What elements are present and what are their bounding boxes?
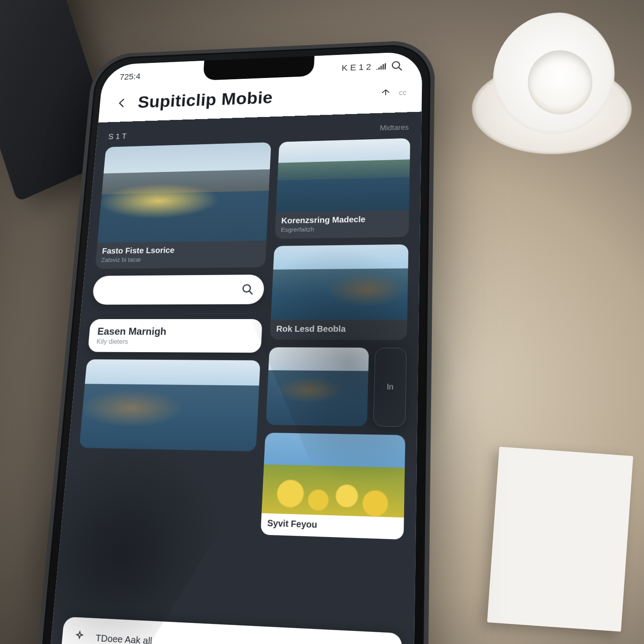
search-input[interactable] [102, 283, 234, 296]
section-header: S 1 T Midtares [108, 123, 409, 141]
card-title: Fasto Fiste Lsorice [102, 244, 260, 255]
background-paper [487, 447, 634, 631]
suggestion-chip[interactable]: Easen Marnigh Kily dieters [88, 319, 262, 353]
chip-title: Easen Marnigh [97, 326, 254, 338]
chip-subtitle: Kily dieters [96, 338, 253, 346]
search-icon[interactable] [391, 60, 403, 72]
cc-label: cc [399, 88, 407, 97]
share-icon[interactable] [381, 88, 391, 98]
card-image [97, 142, 271, 243]
section-tag: S 1 T [108, 132, 127, 141]
app-title: Supiticlip Mobie [137, 88, 273, 112]
phone-frame: 725:4 K E 1 2 Supiticlip Mobie cc S 1 T … [30, 39, 435, 644]
back-button[interactable] [113, 95, 131, 112]
section-sub: Midtares [380, 123, 409, 132]
chevron-left-icon [116, 97, 128, 109]
status-indicators: K E 1 2 [342, 62, 371, 73]
card-subtitle: Zatsviz bi tacar [101, 254, 260, 263]
signal-icon [376, 63, 386, 70]
svg-line-1 [399, 68, 402, 70]
status-clock: 725:4 [119, 72, 141, 82]
card-title: Syvit Feyou [267, 518, 397, 532]
card-coastal-fort[interactable]: Fasto Fiste Lsorice Zatsviz bi tacar [95, 142, 271, 269]
background-cup [493, 13, 627, 147]
card-image [276, 138, 410, 213]
